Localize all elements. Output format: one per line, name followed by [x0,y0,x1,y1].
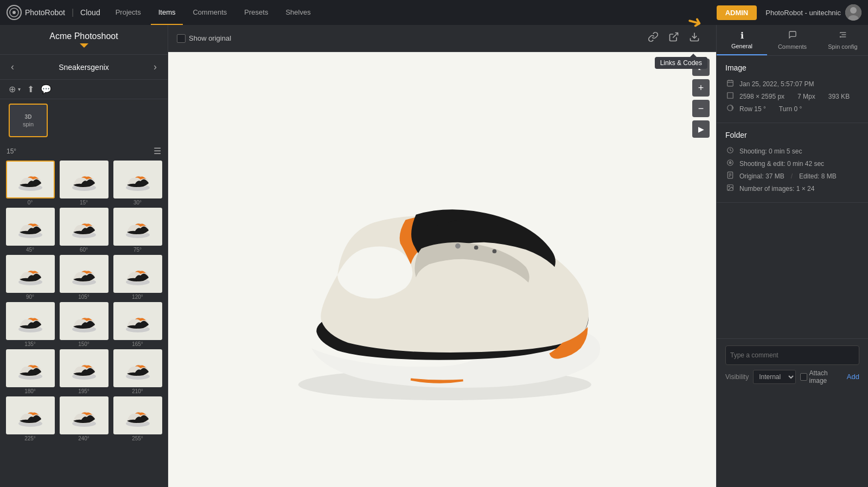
tab-spin-config[interactable]: Spin config [818,25,868,55]
thumbnail-label: 165° [132,341,143,347]
list-item[interactable]: 15° [58,161,110,206]
nav-presets[interactable]: Presets [237,0,276,25]
list-item[interactable]: 255° [112,396,163,441]
toolbar: Show original ➜ Links & Code [168,25,716,52]
list-item[interactable]: 30° [112,161,163,206]
zoom-in-button[interactable]: + [692,79,710,97]
spin-config-icon [839,30,847,41]
thumbnail-image[interactable] [6,396,55,434]
comment-input[interactable] [725,345,859,365]
list-item[interactable]: 195° [58,349,110,394]
thumbnail-image[interactable] [113,302,162,340]
shooting-time-icon [725,146,735,156]
list-item[interactable]: 120° [112,255,163,300]
nav-comments[interactable]: Comments [185,0,234,25]
next-item-button[interactable]: › [149,59,161,75]
project-title: Acme Photoshoot [9,31,159,41]
thumbnail-image[interactable] [113,349,162,387]
list-item[interactable]: 240° [58,396,110,441]
list-item[interactable]: 150° [58,302,110,347]
thumbnail-label: 225° [24,435,36,441]
list-item[interactable]: 60° [58,208,110,253]
add-item-button[interactable]: ⊕ ▾ [9,84,21,94]
thumbnail-image[interactable] [60,161,108,198]
add-comment-button[interactable]: Add [847,373,859,381]
zoom-out-button[interactable]: − [692,100,710,117]
thumbnail-label: 0° [28,200,33,206]
attach-checkbox[interactable] [800,373,807,381]
prev-item-button[interactable]: ‹ [7,59,18,75]
left-sidebar: Acme Photoshoot ‹ Sneakersgenix › ⊕ ▾ ⬆ … [0,25,168,487]
svg-point-28 [493,249,497,253]
logo-area: PhotoRobot | Cloud [7,5,100,20]
rotation-icon [725,104,735,113]
list-item[interactable]: 45° [4,208,56,253]
thumbnail-image[interactable] [60,349,108,387]
center-content: Show original ➜ Links & Code [168,25,716,487]
show-original-checkbox[interactable] [177,34,186,43]
thumbnail-image[interactable] [113,161,162,198]
nav-projects[interactable]: Projects [108,0,149,25]
nav-shelves[interactable]: Shelves [278,0,318,25]
list-item[interactable]: 105° [58,255,110,300]
thumbnail-image[interactable] [113,255,162,293]
tab-general[interactable]: ℹ General [717,25,767,55]
svg-rect-34 [727,80,733,86]
thumbnail-image[interactable] [113,396,162,434]
show-original-toggle[interactable]: Show original [177,34,231,43]
cloud-label: Cloud [80,8,100,17]
thumbnail-image[interactable] [6,255,55,293]
image-rotation-row: Row 15 ° Turn 0 ° [725,102,859,115]
thumbnail-label: 60° [80,247,88,253]
thumbnail-image[interactable] [6,349,55,387]
svg-point-26 [455,244,461,249]
sidebar-nav: ‹ Sneakersgenix › [0,55,168,80]
general-icon: ℹ [741,30,744,41]
upload-button[interactable]: ⬆ [27,84,34,94]
thumbnail-image[interactable] [60,208,108,246]
comments-icon [788,30,797,41]
spin-label: spin [23,121,34,127]
list-item[interactable]: 90° [4,255,56,300]
admin-button[interactable]: ADMIN [717,5,757,20]
list-item[interactable]: 135° [4,302,56,347]
list-item[interactable]: 0° [4,161,56,206]
thumbnail-image[interactable] [6,161,55,198]
svg-point-1 [12,11,16,14]
logo-text: PhotoRobot [25,8,65,17]
sidebar-actions: ⊕ ▾ ⬆ 💬 [0,80,168,99]
svg-point-48 [729,186,730,187]
link-button[interactable] [646,29,661,47]
list-item[interactable]: 75° [112,208,163,253]
attach-image-toggle[interactable]: Attach image [800,369,843,385]
shooting-edit-row: Shooting & edit: 0 min 42 sec [725,157,859,170]
thumbnail-image[interactable] [113,208,162,246]
spin-thumbnail[interactable]: 3D spin [9,104,48,137]
comment-icon: 💬 [41,84,52,94]
thumb-menu-button[interactable]: ☰ [154,146,161,156]
list-item[interactable]: 225° [4,396,56,441]
thumbnail-image[interactable] [6,302,55,340]
list-item[interactable]: 210° [112,349,163,394]
dimensions-icon [725,92,735,101]
thumbnail-label: 210° [132,388,143,394]
thumbnail-image[interactable] [60,396,108,434]
list-item[interactable]: 180° [4,349,56,394]
thumbnail-image[interactable] [6,208,55,246]
tab-comments[interactable]: Comments [767,25,818,55]
svg-point-3 [850,7,857,14]
external-link-button[interactable] [666,29,681,47]
tooltip-bubble: Links & Codes [655,57,707,69]
image-section-title: Image [725,63,859,72]
comment-button[interactable]: 💬 [41,84,52,94]
logo-icon [7,5,22,20]
play-button[interactable]: ▶ [692,120,710,138]
num-images: Number of images: 1 × 24 [739,185,814,193]
thumbnail-section: 15° ☰ 0° 15° [0,142,168,487]
thumbnail-image[interactable] [60,302,108,340]
nav-items[interactable]: Items [151,0,183,25]
thumbnail-image[interactable] [60,255,108,293]
tooltip-text: Links & Codes [660,59,702,67]
list-item[interactable]: 165° [112,302,163,347]
visibility-select[interactable]: Internal External Public [753,370,796,384]
